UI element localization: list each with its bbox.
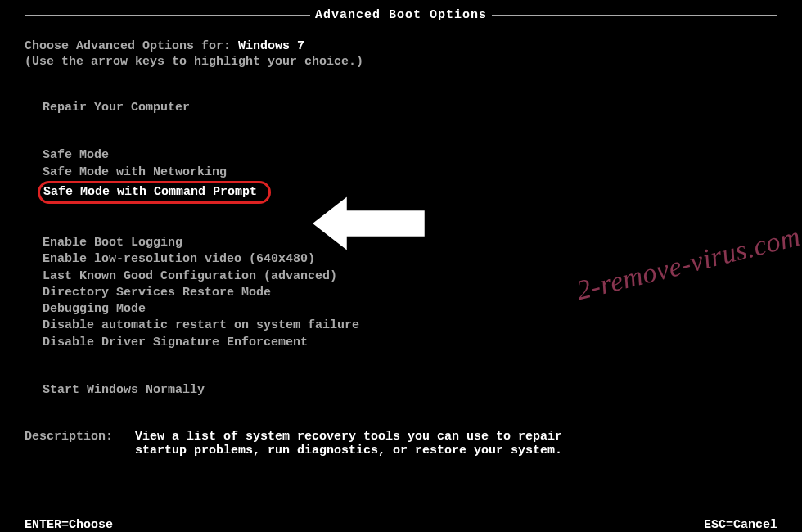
- menu-item-safe-mode-networking[interactable]: Safe Mode with Networking: [43, 165, 777, 181]
- description-label: Description:: [25, 430, 135, 458]
- menu-item-disable-driver-signature[interactable]: Disable Driver Signature Enforcement: [43, 335, 777, 351]
- footer-esc-hint: ESC=Cancel: [704, 518, 777, 532]
- menu-group-repair: Repair Your Computer: [43, 100, 777, 116]
- footer-enter-hint: ENTER=Choose: [25, 518, 113, 532]
- os-name: Windows 7: [238, 39, 304, 53]
- footer-bar: ENTER=Choose ESC=Cancel: [25, 518, 777, 532]
- page-title: Advanced Boot Options: [310, 8, 492, 22]
- description-text: View a list of system recovery tools you…: [135, 430, 593, 458]
- menu-group-normal: Start Windows Normally: [43, 382, 777, 399]
- description-block: Description: View a list of system recov…: [25, 430, 777, 458]
- menu-item-start-normally[interactable]: Start Windows Normally: [43, 382, 777, 399]
- prompt-prefix: Choose Advanced Options for:: [25, 39, 238, 53]
- hint-line: (Use the arrow keys to highlight your ch…: [25, 55, 777, 69]
- menu-item-safe-mode[interactable]: Safe Mode: [43, 147, 777, 164]
- menu-item-safe-mode-command-prompt[interactable]: Safe Mode with Command Prompt: [43, 184, 257, 201]
- title-divider: Advanced Boot Options: [25, 15, 777, 16]
- prompt-line: Choose Advanced Options for: Windows 7: [25, 39, 777, 53]
- boot-options-screen: Advanced Boot Options Choose Advanced Op…: [0, 15, 802, 532]
- highlight-annotation: Safe Mode with Command Prompt: [38, 181, 271, 204]
- menu-item-disable-auto-restart[interactable]: Disable automatic restart on system fail…: [43, 318, 777, 334]
- arrow-icon: [303, 187, 434, 260]
- menu-item-directory-services-restore[interactable]: Directory Services Restore Mode: [43, 285, 777, 301]
- menu-item-debugging-mode[interactable]: Debugging Mode: [43, 301, 777, 318]
- menu-item-repair[interactable]: Repair Your Computer: [43, 100, 777, 116]
